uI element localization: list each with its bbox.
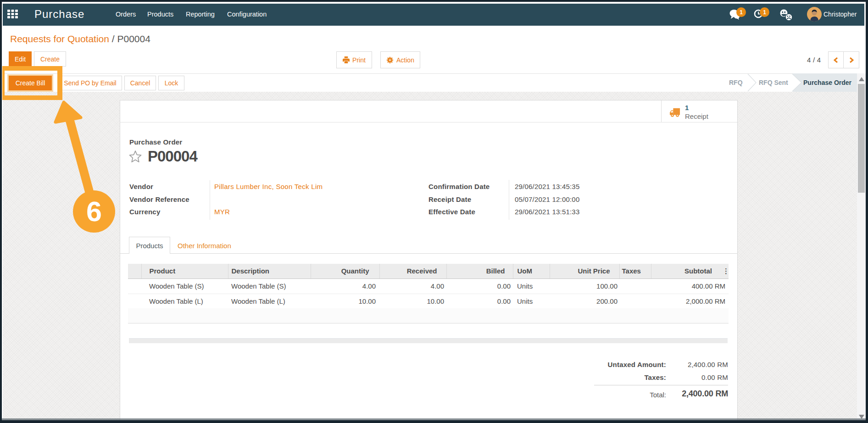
svg-text:Purchase Order: Purchase Order — [803, 79, 852, 86]
svg-text:RFQ: RFQ — [729, 79, 743, 86]
svg-text:RFQ Sent: RFQ Sent — [759, 79, 788, 86]
